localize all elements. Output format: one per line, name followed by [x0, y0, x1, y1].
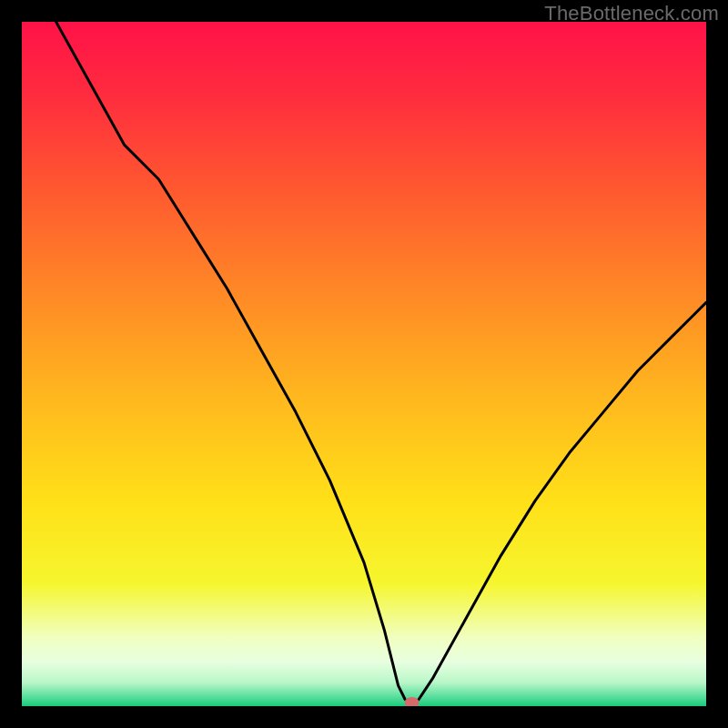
chart-frame: TheBottleneck.com: [0, 0, 728, 728]
watermark-text: TheBottleneck.com: [544, 2, 719, 25]
plot-svg: [22, 22, 706, 706]
gradient-background: [22, 22, 706, 706]
plot-area: [22, 22, 706, 706]
